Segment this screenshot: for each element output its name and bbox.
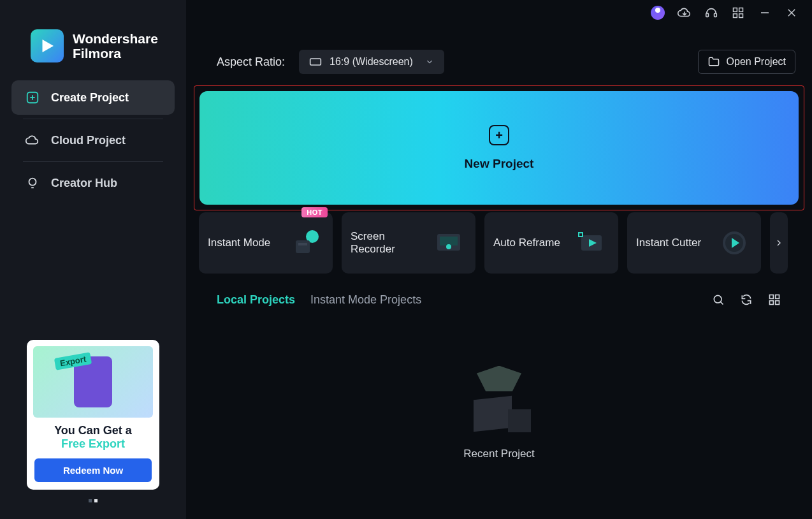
promo-title: You Can Get a bbox=[54, 424, 132, 437]
chevron-right-icon bbox=[774, 238, 784, 248]
new-project-label: New Project bbox=[465, 157, 534, 171]
hot-badge: HOT bbox=[301, 207, 328, 217]
tool-instant-mode[interactable]: HOT Instant Mode bbox=[199, 212, 333, 274]
svg-rect-21 bbox=[440, 237, 458, 245]
projects-bar: Local Projects Instant Mode Projects bbox=[186, 274, 812, 307]
auto-reframe-icon bbox=[574, 225, 609, 261]
empty-label: Recent Project bbox=[463, 448, 535, 460]
svg-rect-10 bbox=[739, 8, 743, 12]
svg-rect-11 bbox=[734, 14, 737, 18]
pager-dot[interactable] bbox=[89, 499, 92, 502]
tool-instant-cutter[interactable]: Instant Cutter bbox=[627, 212, 761, 274]
svg-marker-0 bbox=[43, 40, 54, 52]
nav-hub-label: Creator Hub bbox=[51, 177, 117, 190]
cloud-icon bbox=[25, 133, 40, 147]
projects-actions bbox=[711, 293, 781, 307]
plus-square-icon bbox=[25, 91, 40, 105]
svg-rect-12 bbox=[739, 14, 743, 18]
nav-divider bbox=[23, 119, 163, 119]
folder-icon bbox=[707, 55, 720, 68]
tab-instant-mode-projects[interactable]: Instant Mode Projects bbox=[310, 293, 421, 307]
svg-point-22 bbox=[446, 244, 451, 249]
refresh-icon[interactable] bbox=[739, 293, 753, 307]
plus-icon: + bbox=[489, 125, 509, 145]
svg-line-30 bbox=[720, 302, 723, 304]
cloud-download-icon[interactable] bbox=[677, 5, 692, 20]
avatar-icon[interactable] bbox=[650, 5, 665, 20]
svg-rect-32 bbox=[776, 295, 779, 299]
brand-text: Wondershare Filmora bbox=[73, 31, 158, 61]
svg-point-29 bbox=[714, 295, 721, 303]
bulb-icon bbox=[25, 176, 40, 190]
apps-icon[interactable] bbox=[730, 5, 746, 20]
svg-rect-25 bbox=[579, 233, 583, 237]
main: Aspect Ratio: 16:9 (Widescreen) Open Pro… bbox=[186, 0, 812, 519]
svg-point-4 bbox=[29, 179, 36, 186]
empty-box-icon bbox=[461, 366, 537, 436]
toolbar: Aspect Ratio: 16:9 (Widescreen) Open Pro… bbox=[186, 26, 812, 85]
tab-local-projects[interactable]: Local Projects bbox=[217, 293, 295, 307]
new-project-card[interactable]: + New Project bbox=[199, 91, 799, 205]
svg-rect-19 bbox=[298, 243, 307, 245]
tool-auto-reframe[interactable]: Auto Reframe bbox=[484, 212, 618, 274]
aspect-ratio-select[interactable]: 16:9 (Widescreen) bbox=[299, 50, 444, 74]
promo-image bbox=[33, 346, 153, 418]
aspect-ratio-label: Aspect Ratio: bbox=[217, 55, 285, 69]
tools-more-button[interactable] bbox=[770, 212, 788, 274]
instant-cutter-icon bbox=[716, 225, 752, 261]
chevron-down-icon bbox=[425, 57, 434, 66]
svg-rect-33 bbox=[770, 301, 774, 305]
tool-cards: HOT Instant Mode Screen Recorder Auto Re… bbox=[199, 212, 799, 274]
nav: Create Project Cloud Project Creator Hub bbox=[0, 80, 186, 203]
svg-rect-31 bbox=[770, 295, 774, 299]
highlight-annotation: + New Project bbox=[194, 85, 804, 210]
titlebar bbox=[186, 0, 812, 26]
promo-card: You Can Get a Free Export Redeem Now bbox=[27, 340, 159, 490]
empty-state: Recent Project bbox=[186, 307, 812, 519]
promo-pager[interactable] bbox=[89, 499, 98, 502]
brand-line1: Wondershare bbox=[73, 31, 158, 46]
tool-label: Instant Cutter bbox=[636, 237, 716, 249]
svg-rect-16 bbox=[310, 59, 321, 65]
nav-create-label: Create Project bbox=[51, 91, 129, 105]
instant-mode-icon bbox=[288, 225, 324, 261]
pager-dot-active[interactable] bbox=[94, 499, 98, 502]
nav-cloud-project[interactable]: Cloud Project bbox=[11, 123, 175, 157]
promo-subtitle: Free Export bbox=[61, 437, 125, 451]
aspect-ratio-value: 16:9 (Widescreen) bbox=[330, 56, 417, 68]
open-project-button[interactable]: Open Project bbox=[698, 50, 795, 74]
tool-screen-recorder[interactable]: Screen Recorder bbox=[342, 212, 475, 274]
headset-icon[interactable] bbox=[704, 5, 719, 20]
tool-label: Screen Recorder bbox=[351, 230, 431, 256]
svg-rect-7 bbox=[706, 13, 709, 17]
svg-rect-8 bbox=[714, 13, 717, 17]
svg-rect-18 bbox=[296, 240, 310, 253]
nav-creator-hub[interactable]: Creator Hub bbox=[11, 166, 175, 200]
sidebar: Wondershare Filmora Create Project Cloud… bbox=[0, 0, 186, 519]
screen-recorder-icon bbox=[431, 225, 467, 261]
redeem-button[interactable]: Redeem Now bbox=[34, 458, 152, 482]
minimize-icon[interactable] bbox=[757, 5, 772, 20]
search-icon[interactable] bbox=[711, 293, 725, 307]
svg-rect-9 bbox=[734, 8, 737, 12]
nav-divider bbox=[23, 161, 163, 162]
nav-cloud-label: Cloud Project bbox=[51, 134, 126, 147]
close-icon[interactable] bbox=[784, 5, 799, 20]
svg-rect-34 bbox=[776, 301, 779, 305]
grid-view-icon[interactable] bbox=[767, 293, 781, 307]
brand-line2: Filmora bbox=[73, 46, 158, 61]
screen-icon bbox=[309, 57, 322, 66]
brand: Wondershare Filmora bbox=[0, 0, 186, 80]
tool-label: Instant Mode bbox=[208, 237, 288, 249]
brand-logo bbox=[31, 29, 64, 62]
tool-label: Auto Reframe bbox=[493, 237, 574, 249]
open-project-label: Open Project bbox=[727, 56, 786, 68]
nav-create-project[interactable]: Create Project bbox=[11, 80, 175, 115]
